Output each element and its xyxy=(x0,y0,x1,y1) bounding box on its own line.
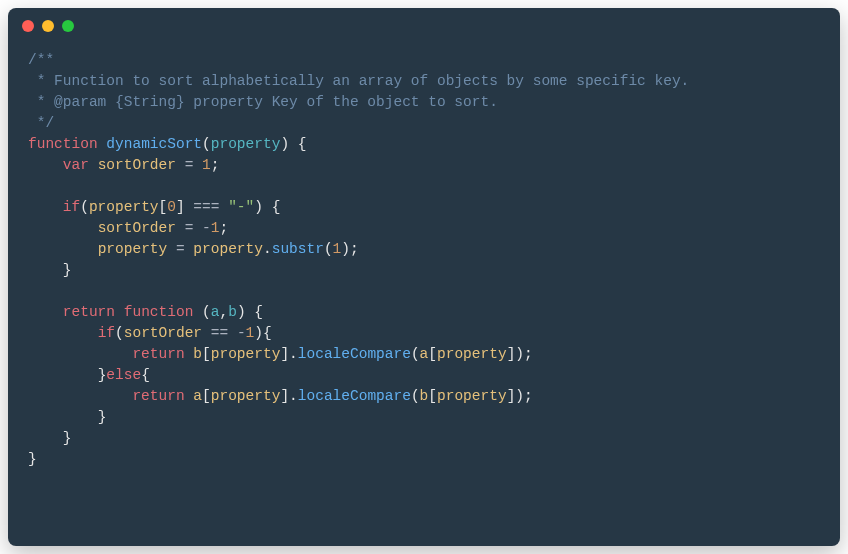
indent xyxy=(28,367,98,383)
dot: . xyxy=(263,241,272,257)
comment-line: * @param {String} property Key of the ob… xyxy=(28,94,498,110)
number: 1 xyxy=(246,325,255,341)
variable: sortOrder xyxy=(124,325,202,341)
code-area[interactable]: /** * Function to sort alphabetically an… xyxy=(8,44,840,546)
op: === xyxy=(185,199,229,215)
maximize-icon[interactable] xyxy=(62,20,74,32)
paren: ( xyxy=(115,325,124,341)
variable: sortOrder xyxy=(98,157,176,173)
method: substr xyxy=(272,241,324,257)
keyword-return: return xyxy=(63,304,115,320)
method: localeCompare xyxy=(298,388,411,404)
indent xyxy=(28,199,63,215)
paren: ) xyxy=(280,136,289,152)
op: - xyxy=(202,220,211,236)
titlebar xyxy=(8,8,840,44)
comment-line: /** xyxy=(28,52,54,68)
semi: ; xyxy=(524,388,533,404)
brace: } xyxy=(63,430,72,446)
brace: } xyxy=(98,409,107,425)
brace: { xyxy=(289,136,306,152)
variable: b xyxy=(420,388,429,404)
op: = xyxy=(176,157,202,173)
paren: ( xyxy=(411,346,420,362)
bracket: [ xyxy=(202,346,211,362)
dot: . xyxy=(289,346,298,362)
bracket: [ xyxy=(428,388,437,404)
brace: { xyxy=(141,367,150,383)
indent xyxy=(28,220,98,236)
indent xyxy=(28,409,98,425)
param: b xyxy=(228,304,237,320)
paren: ) xyxy=(515,388,524,404)
op: = xyxy=(176,220,202,236)
semi: ; xyxy=(350,241,359,257)
op: = xyxy=(167,241,193,257)
brace: { xyxy=(246,304,263,320)
bracket: [ xyxy=(202,388,211,404)
paren: ( xyxy=(202,136,211,152)
paren: ) xyxy=(237,304,246,320)
keyword-if: if xyxy=(98,325,115,341)
variable: a xyxy=(420,346,429,362)
number: 1 xyxy=(333,241,342,257)
keyword-if: if xyxy=(63,199,80,215)
editor-window: /** * Function to sort alphabetically an… xyxy=(8,8,840,546)
indent xyxy=(28,388,132,404)
bracket: [ xyxy=(428,346,437,362)
indent xyxy=(28,304,63,320)
indent xyxy=(28,241,98,257)
variable: property xyxy=(193,241,263,257)
keyword-else: else xyxy=(106,367,141,383)
string: "-" xyxy=(228,199,254,215)
number: 1 xyxy=(202,157,211,173)
bracket: ] xyxy=(280,388,289,404)
param: property xyxy=(211,136,281,152)
paren: ( xyxy=(202,304,211,320)
op: == xyxy=(202,325,237,341)
indent xyxy=(28,262,63,278)
semi: ; xyxy=(219,220,228,236)
brace: } xyxy=(63,262,72,278)
method: localeCompare xyxy=(298,346,411,362)
keyword-return: return xyxy=(132,388,184,404)
paren: ( xyxy=(411,388,420,404)
keyword-function: function xyxy=(124,304,194,320)
indent xyxy=(28,346,132,362)
brace: } xyxy=(28,451,37,467)
comment-line: */ xyxy=(28,115,54,131)
brace: { xyxy=(263,325,272,341)
close-icon[interactable] xyxy=(22,20,34,32)
variable: a xyxy=(193,388,202,404)
bracket: [ xyxy=(159,199,168,215)
variable: property xyxy=(437,346,507,362)
variable: property xyxy=(211,388,281,404)
variable: property xyxy=(211,346,281,362)
paren: ( xyxy=(324,241,333,257)
comma: , xyxy=(219,304,228,320)
paren: ) xyxy=(254,325,263,341)
keyword-var: var xyxy=(63,157,89,173)
indent xyxy=(28,430,63,446)
dot: . xyxy=(289,388,298,404)
variable: property xyxy=(437,388,507,404)
indent xyxy=(28,325,98,341)
keyword-return: return xyxy=(132,346,184,362)
semi: ; xyxy=(211,157,220,173)
variable: b xyxy=(193,346,202,362)
indent xyxy=(28,157,63,173)
comment-line: * Function to sort alphabetically an arr… xyxy=(28,73,689,89)
variable: property xyxy=(98,241,168,257)
bracket: ] xyxy=(176,199,185,215)
keyword-function: function xyxy=(28,136,98,152)
minimize-icon[interactable] xyxy=(42,20,54,32)
function-name: dynamicSort xyxy=(106,136,202,152)
bracket: ] xyxy=(280,346,289,362)
semi: ; xyxy=(524,346,533,362)
paren: ) xyxy=(254,199,263,215)
paren: ) xyxy=(341,241,350,257)
paren: ( xyxy=(80,199,89,215)
variable: property xyxy=(89,199,159,215)
brace: { xyxy=(263,199,280,215)
paren: ) xyxy=(515,346,524,362)
